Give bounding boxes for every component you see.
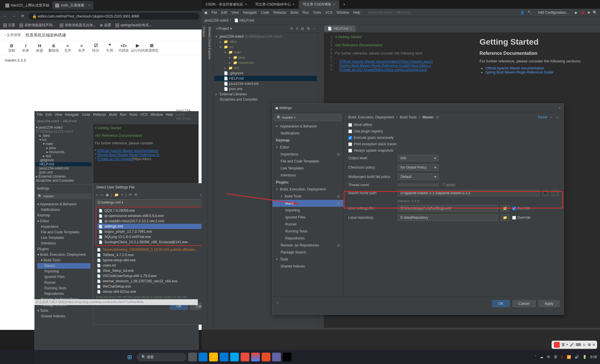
settings-tree-item[interactable]: Live Templates — [272, 165, 343, 172]
preview-link[interactable]: Official Apache Maven documentation — [485, 66, 544, 70]
menu-view[interactable]: View — [231, 10, 239, 15]
reload-button[interactable]: ⟳ — [20, 14, 26, 18]
menu-edit[interactable]: Edit — [221, 10, 227, 15]
volume-icon[interactable]: 🔊 — [575, 355, 579, 359]
gear-icon[interactable]: ⚙ — [307, 27, 310, 31]
task-intellij[interactable] — [283, 353, 291, 361]
tb-resource[interactable]: ⊞资源绑定 — [145, 43, 159, 53]
menu-tools[interactable]: Tools — [313, 10, 321, 15]
file-item[interactable]: 📄 SQLyog-13.1.8-0.x64Trial.exe — [97, 234, 212, 239]
refresh-icon[interactable]: ⟳ — [129, 193, 132, 197]
checksum-select[interactable]: No Global Policy▾ — [398, 164, 439, 171]
file-item[interactable]: 📄 SunloginClient_13.3.1.56398_x86_51xiaz… — [97, 239, 212, 245]
tab-csdn-community[interactable]: CSDN - 专业开发者社区× — [202, 0, 251, 9]
delete-icon[interactable]: × — [121, 193, 123, 197]
checkbox-print-exception-stack-traces[interactable]: Print exception stack traces — [348, 142, 559, 146]
settings-tree-item[interactable]: File and Code Templates — [272, 158, 343, 165]
menu-vcs[interactable]: VCS — [325, 10, 333, 15]
task-icon[interactable] — [262, 353, 270, 361]
crumb-file[interactable]: 📄 HELP.md — [234, 18, 254, 22]
image-caption[interactable]: 在这里插入图片描述](https://img-blog.csdnimg.cn/d… — [34, 299, 198, 305]
cancel-button[interactable]: Cancel — [512, 300, 536, 307]
output-level-select[interactable]: Info▾ — [398, 155, 439, 161]
tree-item[interactable]: ▸📁 resources — [214, 60, 317, 65]
file-item[interactable]: 📄 winrar-x64-621sc.exe — [96, 289, 214, 294]
close-icon[interactable]: × — [293, 2, 295, 6]
tb-quote[interactable]: ❝引用 — [103, 43, 117, 53]
tree-item[interactable]: ▾📁 src — [214, 44, 317, 50]
task-icon[interactable] — [272, 353, 281, 361]
task-mail[interactable] — [220, 353, 228, 361]
build-icon[interactable]: 🔨 — [527, 10, 532, 15]
tb-run[interactable]: ▶运行代码 — [131, 43, 145, 53]
file-item-selected[interactable]: 📄 settings.xml — [97, 224, 212, 229]
battery-icon[interactable]: 🔋 — [582, 355, 587, 359]
bookmark-springcloud[interactable]: springcloud分布式... — [115, 23, 152, 28]
tree-item[interactable]: ▾📁 main — [214, 50, 317, 55]
menu-refactor[interactable]: Refactor — [273, 10, 286, 15]
checkbox-work-offline[interactable]: Work offline — [348, 123, 559, 127]
url-input[interactable]: 🔒 editor.csdn.net/md/?not_checkout=1&spm… — [29, 13, 199, 20]
close-icon[interactable]: × — [350, 27, 352, 31]
home-icon[interactable]: ⌂ — [96, 193, 98, 197]
project-tree[interactable]: ▾ java1234-vote3 D:\6666\java1234-vote3▸… — [213, 33, 318, 103]
file-item[interactable]: 📄 Visio_Setup_bd.exe — [96, 268, 214, 273]
settings-tree-item[interactable]: Importing — [272, 207, 343, 214]
settings-tree-item[interactable]: Shared Indexes — [272, 263, 343, 270]
chevron-up-icon[interactable]: ˄ — [535, 355, 536, 359]
settings-tree-item[interactable]: Inspections⊟ — [272, 151, 343, 158]
md-content[interactable]: maven-3.3.3 — [0, 55, 202, 65]
run-icon[interactable]: ▶ — [575, 10, 578, 15]
new-tab-button[interactable]: + — [339, 1, 349, 8]
back-icon[interactable]: ← — [550, 115, 553, 119]
project-icon[interactable]: ▣ — [106, 193, 109, 197]
file-item[interactable]: 📄 TencentMeeting_0300000000_3.19.30.425.… — [96, 247, 214, 252]
settings-tree-item[interactable]: Repositories — [272, 235, 343, 242]
close-icon[interactable]: × — [88, 4, 90, 8]
settings-tree-item[interactable]: Build Tools⊟ — [272, 193, 343, 200]
forward-button[interactable]: → — [11, 14, 17, 18]
onedrive-icon[interactable]: ☁ — [540, 355, 543, 359]
ok-button[interactable]: OK — [492, 300, 509, 307]
select-target-icon[interactable]: ⊙ — [290, 27, 293, 31]
bookmark-settings[interactable]: ⚙设置 — [100, 23, 111, 28]
stop-icon[interactable]: ■ — [588, 10, 590, 15]
bookmark-chrome2[interactable]: 谷歌浏览器无法加... — [60, 23, 96, 28]
article-title-input[interactable] — [25, 33, 197, 38]
tree-item[interactable]: ▾ java1234-vote3 D:\6666\java1234-vote3 — [214, 34, 317, 39]
show-hidden-icon[interactable]: 👁 — [134, 193, 138, 197]
tree-item[interactable]: 📄 .gitignore — [214, 71, 317, 76]
debug-icon[interactable]: 🐞 — [580, 10, 585, 15]
tb-code[interactable]: </>代码块 — [117, 43, 131, 53]
sogou-tray-icon[interactable]: S — [561, 355, 563, 359]
local-repo-input[interactable]: E:\ideaRepository — [398, 214, 498, 221]
back-button[interactable]: ← — [2, 14, 8, 18]
help-icon[interactable]: ? — [277, 302, 279, 306]
checkbox-use-plugin-registry[interactable]: Use plugin registry — [348, 129, 559, 133]
crumb-project[interactable]: java1234-vote3 — [204, 18, 228, 22]
menu-build[interactable]: Build — [291, 10, 298, 15]
reset-link[interactable]: Reset — [538, 115, 547, 119]
bookmark-chrome1[interactable]: 谷歌浏览器找不到... — [19, 23, 55, 28]
back-to-articles[interactable]: ‹ 文章管理 — [5, 33, 21, 38]
forward-icon[interactable]: → — [555, 115, 559, 119]
file-item[interactable]: 📄 sogou_pinyin_13.7.0.7991.exe — [97, 229, 212, 234]
tree-item[interactable]: ▸📁 .idea — [214, 39, 317, 44]
checkbox-execute-goals-recursively[interactable]: Execute goals recursively — [348, 136, 559, 140]
thread-count-input[interactable] — [398, 184, 439, 186]
settings-tree-item[interactable]: Appearance & Behavior — [272, 123, 343, 130]
settings-tree-item[interactable]: Package Search — [272, 249, 343, 256]
menu-file[interactable]: File — [211, 10, 217, 15]
menu-code[interactable]: Code — [261, 10, 269, 15]
settings-tree-item[interactable]: Build, Execution, Deployment — [272, 186, 343, 193]
clock[interactable]: 8:06 — [590, 355, 597, 359]
file-item[interactable]: 📄 qt-vsaddin-msvc2017-2.10.1-rev.2.vsix — [97, 218, 212, 224]
settings-tree-item[interactable]: Remote Jar Repositories⊟ — [272, 242, 343, 249]
file-item[interactable]: 📄 VSCodeUserSetup-x64-1.79.0.exe — [96, 273, 214, 279]
tab-csdn-create[interactable]: 写文章-CSDN创作中心× — [251, 0, 299, 9]
tb-strike[interactable]: S删除线 — [47, 43, 61, 53]
file-item[interactable]: 📄 typora-setup-x64.exe — [96, 258, 214, 263]
tab-hao123[interactable]: hao123_上网从这里开始 — [2, 1, 52, 10]
close-icon[interactable]: × — [559, 106, 561, 110]
tb-heading[interactable]: H标题 — [33, 43, 47, 53]
